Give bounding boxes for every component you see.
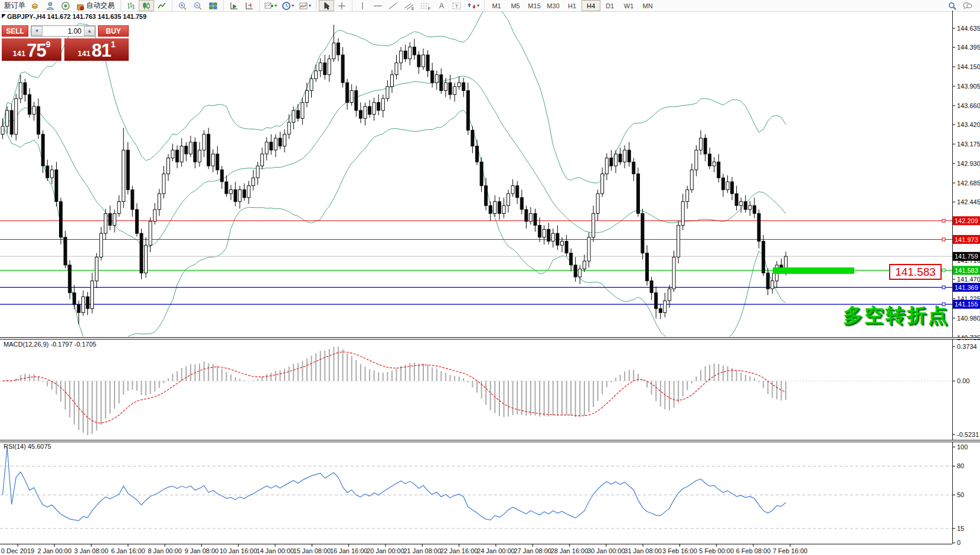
candle: [73, 293, 76, 305]
time-axis-label: 16 Jan 16:00: [330, 547, 368, 554]
sell-price-sup: 9: [46, 38, 51, 48]
candle: [310, 79, 313, 90]
line-anchor-handle[interactable]: [942, 269, 945, 272]
candle: [632, 162, 635, 174]
candle: [153, 210, 156, 221]
macd-signal-line: [3, 352, 786, 423]
candle: [655, 293, 658, 309]
line-anchor-handle[interactable]: [942, 286, 945, 289]
price-badge-label: 141.583: [955, 267, 978, 274]
candle: [131, 190, 134, 210]
time-axis-label: 5 Feb 00:00: [699, 547, 734, 554]
one-click-trade-panel: SELL ▼ 1.00 ▲ BUY 141 75 9 141 81 1: [2, 25, 129, 61]
candle: [180, 146, 183, 162]
candle: [623, 150, 626, 162]
candle: [453, 87, 456, 94]
candle: [749, 205, 752, 210]
candle: [422, 55, 425, 67]
sell-price-display[interactable]: 141 75 9: [2, 38, 61, 61]
candle: [704, 138, 707, 154]
candle: [395, 63, 398, 74]
price-tick-label: 144.395: [957, 44, 980, 51]
candle: [350, 90, 353, 102]
candle: [713, 162, 716, 166]
volume-increase-button[interactable]: ▲: [84, 26, 95, 36]
rsi-axis-label: 15: [957, 525, 964, 532]
macd-label: MACD(12,26,9) -0.1797 -0.1705: [4, 341, 96, 348]
candle: [261, 154, 264, 166]
time-axis-label: 2 Jan 00:00: [38, 547, 72, 554]
candle: [211, 154, 214, 166]
price-axis-border[interactable]: [952, 11, 953, 544]
line-anchor-handle[interactable]: [942, 219, 945, 222]
level-price-label[interactable]: 141.583: [889, 264, 942, 280]
candle: [686, 190, 689, 201]
sell-price-head: 141: [13, 48, 26, 60]
candle: [50, 170, 53, 178]
buy-price-display[interactable]: 141 81 1: [64, 38, 129, 61]
candle: [534, 214, 537, 226]
buy-button[interactable]: BUY: [98, 25, 129, 37]
candle: [587, 237, 590, 261]
price-badge-label: 141.155: [955, 301, 978, 308]
candle: [122, 150, 125, 201]
mt4-window: 新订单 自动交易: [0, 0, 980, 555]
candle: [270, 142, 273, 150]
price-tick-label: 143.660: [957, 102, 980, 109]
chinese-note-text[interactable]: 多空转折点: [843, 302, 949, 329]
candle: [301, 103, 304, 119]
candle: [81, 297, 84, 313]
candle: [659, 309, 662, 313]
volume-input[interactable]: 1.00: [43, 26, 84, 36]
candle: [234, 190, 237, 201]
candle: [60, 201, 63, 237]
candle: [319, 63, 322, 70]
candle: [520, 198, 523, 210]
candle: [471, 130, 474, 146]
candle: [677, 226, 680, 257]
bollinger-middle-band: [3, 76, 786, 247]
candle: [328, 59, 331, 75]
candle: [721, 178, 724, 190]
time-axis-label: 21 Jan 08:00: [403, 547, 441, 554]
candle: [413, 47, 416, 55]
candle: [744, 201, 747, 209]
price-badge-label: 142.209: [955, 217, 978, 224]
candle: [605, 158, 608, 174]
candle: [516, 186, 519, 198]
candle: [100, 233, 103, 257]
sell-price-big: 75: [27, 42, 45, 60]
time-axis-label: 15 Jan 08:00: [293, 547, 331, 554]
highlight-level-bar[interactable]: [773, 267, 854, 274]
candle: [502, 205, 505, 213]
candle: [785, 256, 788, 269]
candle: [239, 190, 241, 201]
chart-canvas[interactable]: 144.635144.395144.150143.905143.660143.4…: [0, 0, 980, 555]
candle: [113, 214, 116, 226]
buy-price-big: 81: [92, 42, 110, 60]
sell-button[interactable]: SELL: [2, 25, 28, 37]
price-tick-label: 141.470: [957, 276, 980, 283]
candle: [373, 103, 375, 115]
candle: [529, 214, 532, 221]
candle: [668, 289, 671, 301]
candle: [158, 194, 161, 210]
candle: [292, 110, 295, 122]
price-badge-label: 141.759: [955, 253, 978, 260]
candle: [15, 99, 18, 134]
candle: [359, 110, 362, 118]
rsi-axis-label: 0: [957, 539, 961, 546]
price-tick-label: 142.685: [957, 179, 980, 187]
candle: [695, 150, 698, 170]
candle: [171, 150, 174, 158]
panel-divider-rsi[interactable]: [0, 440, 980, 442]
rsi-axis: 1008050150: [952, 443, 968, 546]
volume-decrease-button[interactable]: ▼: [31, 26, 43, 36]
candle: [189, 142, 192, 154]
candles-layer[interactable]: [1, 43, 788, 313]
line-anchor-handle[interactable]: [942, 238, 945, 241]
panel-divider-macd[interactable]: [0, 337, 980, 339]
candle: [140, 233, 143, 273]
candle: [579, 269, 582, 277]
candle: [341, 55, 344, 83]
